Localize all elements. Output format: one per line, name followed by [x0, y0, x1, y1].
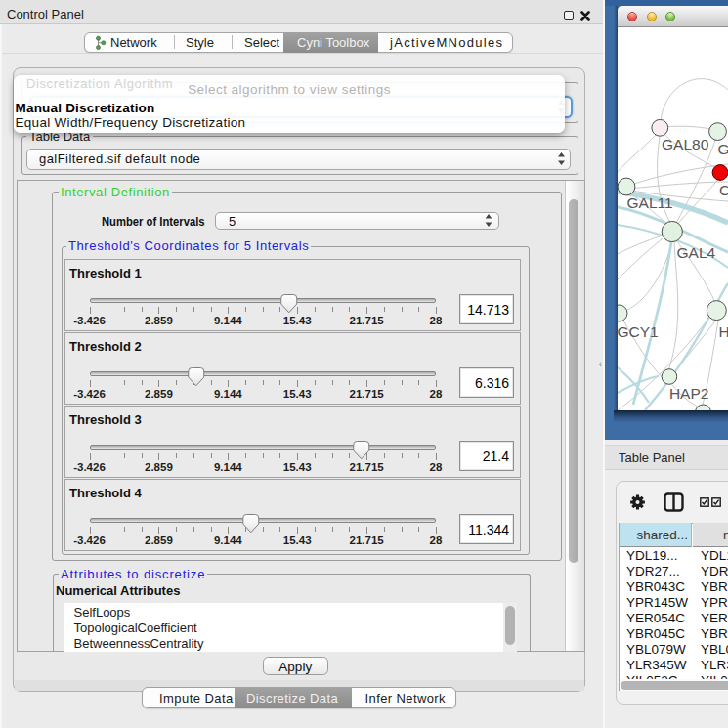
svg-text:H: H — [719, 323, 728, 340]
svg-text:GAL80: GAL80 — [662, 136, 709, 152]
svg-text:GAL4: GAL4 — [677, 244, 716, 261]
svg-text:C: C — [719, 182, 728, 198]
svg-text:GCY1: GCY1 — [618, 323, 659, 340]
svg-text:GAL11: GAL11 — [627, 194, 673, 211]
svg-text:HAP2: HAP2 — [669, 385, 709, 402]
svg-text:GA: GA — [718, 141, 728, 157]
